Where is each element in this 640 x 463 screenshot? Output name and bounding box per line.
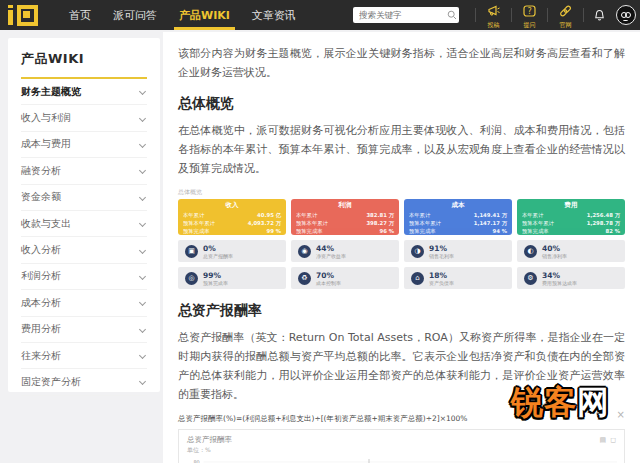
- menu-item-qa[interactable]: 派可问答: [102, 0, 168, 30]
- kpi-value: 70%: [316, 271, 341, 280]
- kpi-tile: ◉44%净资产收益率: [291, 240, 399, 262]
- submit-post-button[interactable]: 投稿: [480, 2, 507, 28]
- search-box: [353, 7, 459, 23]
- kpi-value: 99%: [203, 271, 228, 280]
- chevron-down-icon: [139, 352, 146, 359]
- divider: [511, 8, 512, 22]
- card-cost: 成本 本年累计1,149.41 万 预算本年累计1,147.17 万 预算完成率…: [404, 199, 512, 235]
- submit-post-label: 投稿: [488, 22, 500, 28]
- dashboard-screenshot: 总体概览 收入 本年累计40.95 亿 预算本年累计4,093.72 万 预算完…: [178, 188, 625, 289]
- card-income: 收入 本年累计40.95 亿 预算本年累计4,093.72 万 预算完成率99 …: [178, 199, 286, 235]
- svg-text:?: ?: [527, 7, 531, 16]
- card-row-value: 398.27 万: [366, 219, 394, 227]
- chevron-down-icon: [139, 141, 146, 148]
- sidebar-item-label: 收款与支出: [21, 217, 71, 231]
- card-row-value: 1,256.48 万: [587, 211, 620, 219]
- section-heading-roa: 总资产报酬率: [178, 302, 625, 320]
- kpi-donut-icon: ◉: [298, 245, 311, 258]
- card-row-value: 382.81 万: [366, 211, 394, 219]
- chevron-down-icon: [139, 220, 146, 227]
- sidebar-item-fund-balance[interactable]: 资金余额: [21, 185, 147, 211]
- kpi-pie-icon: ◐: [524, 245, 537, 258]
- kpi-tile: ▣0%总资产报酬率: [178, 240, 286, 262]
- overview-paragraph: 在总体概览中，派可数据财务可视化分析应用主要体现收入、利润、成本和费用情况，包括…: [178, 122, 625, 178]
- svg-text:80: 80: [193, 459, 199, 463]
- kpi-tile: ♻70%成本控制率: [291, 267, 399, 289]
- sidebar-item-expense-analysis[interactable]: 费用分析: [21, 317, 147, 343]
- chart-title: 总资产报酬率: [187, 435, 232, 445]
- sidebar-item-cost-analysis[interactable]: 成本分析: [21, 290, 147, 316]
- main-menu: 首页 派可问答 产品WIKI 文章资讯: [58, 0, 307, 30]
- search-input[interactable]: [353, 10, 445, 20]
- card-title: 费用: [522, 201, 620, 210]
- card-title: 利润: [296, 201, 394, 210]
- sidebar-item-label: 费用分析: [21, 322, 61, 336]
- card-row-value: 40.95 亿: [257, 211, 281, 219]
- card-row-label: 预算完成率: [296, 227, 322, 235]
- sidebar-title: 产品WIKI: [21, 50, 147, 68]
- sidebar-item-label: 融资分析: [21, 164, 61, 178]
- chevron-down-icon: [139, 246, 146, 253]
- sidebar-item-income-analysis[interactable]: 收入分析: [21, 237, 147, 263]
- kpi-tile: ⚙34%费用预算达成率: [517, 267, 625, 289]
- kpi-recycle-icon: ♻: [298, 272, 311, 285]
- close-icon[interactable]: ×: [617, 410, 625, 420]
- chart-plot: 0204060802017-012017-022017-032017-04201…: [180, 455, 623, 463]
- sidebar-item-finance-overview[interactable]: 财务主题概览: [21, 79, 147, 105]
- card-row-value: 99 %: [266, 227, 281, 235]
- search-icon[interactable]: [445, 8, 459, 22]
- card-row-value: 1,298.78 万: [587, 219, 620, 227]
- kpi-tile: ◑91%销售毛利率: [404, 240, 512, 262]
- kpi-label: 净资产收益率: [316, 253, 346, 259]
- sidebar-item-profit-analysis[interactable]: 利润分析: [21, 264, 147, 290]
- chevron-down-icon: [139, 167, 146, 174]
- brand-logo[interactable]: [8, 4, 42, 26]
- roa-formula: 总资产报酬率(%)=(利润总额+利息支出)÷[(年初资产总额+期末资产总额)÷2…: [178, 414, 625, 424]
- chevron-down-icon: [139, 115, 146, 122]
- kpi-grid: ▣0%总资产报酬率 ◉44%净资产收益率 ◑91%销售毛利率 ◐40%销售净利率…: [178, 240, 625, 289]
- sidebar-item-fixed-assets-analysis[interactable]: 固定资产分析: [21, 369, 147, 395]
- notifications-bell-icon[interactable]: [593, 9, 606, 22]
- menu-item-product-wiki[interactable]: 产品WIKI: [168, 0, 241, 30]
- chart-menu-icon[interactable]: ▤: [600, 436, 607, 444]
- kpi-home-icon: ⌂: [411, 272, 424, 285]
- kpi-value: 34%: [542, 271, 577, 280]
- logo-shape: [8, 5, 13, 8]
- sidebar-item-financing[interactable]: 融资分析: [21, 158, 147, 184]
- top-nav: 首页 派可问答 产品WIKI 文章资讯 投稿 ?: [0, 0, 640, 30]
- summary-cards: 收入 本年累计40.95 亿 预算本年累计4,093.72 万 预算完成率99 …: [178, 199, 625, 235]
- menu-item-home[interactable]: 首页: [58, 0, 102, 30]
- user-avatar[interactable]: [616, 5, 636, 25]
- logo-shape: [17, 5, 38, 26]
- main-content: 该部分内容为财务主题概览，展示企业关键财务指标，适合企业高层和财务高层查看和了解…: [163, 32, 640, 463]
- kpi-box-icon: ▣: [185, 245, 198, 258]
- sidebar-item-label: 财务主题概览: [21, 85, 81, 99]
- sidebar-item-cost-expense[interactable]: 成本与费用: [21, 132, 147, 158]
- sidebar-item-transactions-analysis[interactable]: 往来分析: [21, 343, 147, 369]
- kpi-value: 18%: [429, 271, 454, 280]
- menu-item-articles[interactable]: 文章资讯: [241, 0, 307, 30]
- sidebar-item-receipt-payment[interactable]: 收款与支出: [21, 211, 147, 237]
- dashboard-caption: 总体概览: [178, 188, 625, 197]
- card-row-value: 1,149.41 万: [474, 211, 507, 219]
- card-row-label: 预算完成率: [409, 227, 435, 235]
- chart-fullscreen-icon[interactable]: ◻: [610, 436, 616, 444]
- sidebar-item-label: 往来分析: [21, 349, 61, 363]
- ask-question-button[interactable]: ? 提问: [516, 2, 543, 28]
- roa-paragraph: 总资产报酬率（英文：Return On Total Assets，ROA）又称资…: [178, 329, 625, 404]
- chart-toolbar: ▤ ◻: [600, 436, 616, 444]
- kpi-tile: ⌂18%资产负债率: [404, 267, 512, 289]
- official-site-button[interactable]: 官网: [552, 2, 579, 28]
- kpi-value: 40%: [542, 244, 567, 253]
- divider: [547, 8, 548, 22]
- chevron-down-icon: [139, 378, 146, 385]
- card-title: 成本: [409, 201, 507, 210]
- sidebar-item-income-profit[interactable]: 收入与利润: [21, 105, 147, 131]
- card-row-label: 预算完成率: [522, 227, 548, 235]
- card-expense: 费用 本年累计1,256.48 万 预算本年累计1,298.78 万 预算完成率…: [517, 199, 625, 235]
- sidebar: 产品WIKI 财务主题概览 收入与利润 成本与费用 融资分析 资金余额 收款与支…: [8, 38, 160, 392]
- sidebar-item-label: 固定资产分析: [21, 375, 81, 389]
- chart-unit-label: 单位：%: [180, 445, 623, 455]
- card-row-value: 1,147.17 万: [474, 219, 507, 227]
- card-row-label: 预算本年累计: [522, 219, 554, 227]
